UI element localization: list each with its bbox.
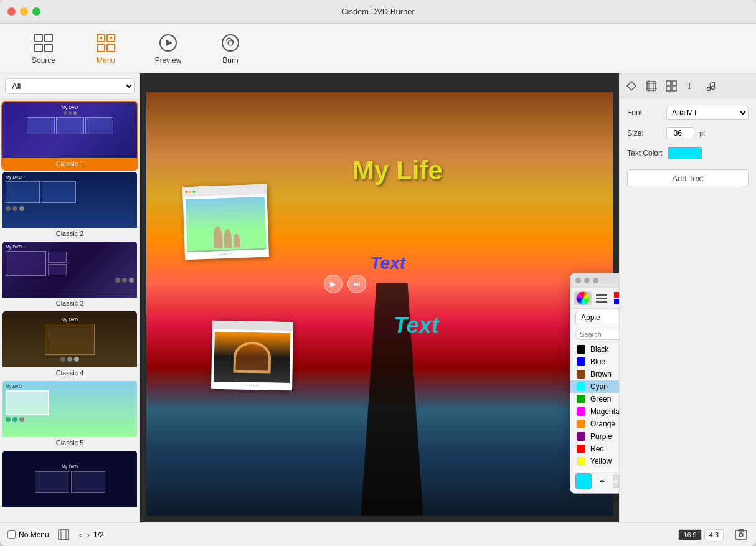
play-button[interactable]: ▶: [324, 275, 343, 293]
template-classic2[interactable]: My DVD Classic 2: [2, 172, 137, 239]
svg-point-12: [222, 35, 239, 51]
color-item-orange[interactable]: Orange: [570, 418, 619, 430]
svg-rect-17: [614, 292, 619, 298]
tab-source-label: Source: [32, 56, 55, 65]
template-classic3[interactable]: My DVD: [2, 242, 137, 309]
popup-zoom[interactable]: [593, 278, 598, 283]
music-icon[interactable]: [704, 79, 718, 93]
size-unit: pt: [699, 129, 705, 137]
main-content: All My DVD: [0, 73, 756, 522]
classic2-label: Classic 2: [2, 228, 137, 239]
tab-menu[interactable]: Menu: [75, 27, 137, 70]
color-item-purple[interactable]: Purple: [570, 430, 619, 443]
tab-burn[interactable]: Burn: [199, 27, 262, 70]
color-list: Black Blue Brown Cyan: [570, 343, 619, 468]
template-filter-select[interactable]: All: [5, 78, 135, 94]
template-classic5[interactable]: My DVD Classic 5: [2, 381, 137, 448]
templates-list: My DVD: [0, 100, 139, 522]
close-button[interactable]: [7, 7, 16, 16]
color-swatch-orange: [577, 420, 585, 428]
svg-rect-35: [666, 87, 671, 91]
text-color-swatch[interactable]: [668, 147, 702, 159]
svg-point-47: [739, 533, 743, 537]
color-item-yellow[interactable]: Yellow: [570, 455, 619, 468]
color-item-black[interactable]: Black: [570, 343, 619, 355]
size-row: Size: pt: [627, 127, 749, 139]
bottom-bar: No Menu ‹ › 1/2 16:9 4:3: [0, 522, 756, 546]
current-color-swatch[interactable]: [575, 473, 592, 489]
canvas-area[interactable]: My Life ▶ ⏭: [140, 73, 619, 522]
popup-minimize[interactable]: [584, 278, 590, 283]
prev-page-button[interactable]: ‹: [78, 530, 83, 540]
tab-burn-label: Burn: [222, 56, 238, 65]
sidebar: All My DVD: [0, 73, 140, 522]
color-swatch-purple: [577, 432, 585, 441]
color-list-dropdown-row: Apple ⚙: [570, 309, 619, 326]
photo-card-2[interactable]: • • • • • • •: [211, 321, 293, 390]
color-list-select[interactable]: Apple: [575, 311, 619, 324]
font-row: Font: ArialMT: [627, 106, 749, 120]
play-circle-icon: [158, 32, 179, 54]
add-text-button[interactable]: Add Text: [627, 169, 749, 187]
window-title: Cisdem DVD Burner: [341, 7, 415, 16]
svg-rect-2: [35, 44, 42, 52]
svg-rect-14: [596, 294, 607, 296]
next-page-button[interactable]: ›: [85, 530, 91, 540]
classic4-label: Classic 4: [2, 367, 137, 379]
color-item-red[interactable]: Red: [570, 443, 619, 455]
template-classic1[interactable]: My DVD: [2, 102, 137, 169]
text-overlay-2[interactable]: Text: [394, 313, 439, 339]
svg-rect-3: [45, 44, 52, 52]
expand-icon[interactable]: [625, 79, 638, 93]
crop-icon[interactable]: [645, 79, 658, 93]
tab-preview[interactable]: Preview: [137, 27, 199, 70]
color-palette-tab[interactable]: [612, 291, 619, 305]
text-icon[interactable]: T: [684, 79, 698, 93]
skip-button[interactable]: ⏭: [347, 275, 366, 293]
popup-close[interactable]: [575, 278, 581, 283]
template-classic6[interactable]: My DVD: [2, 451, 137, 511]
right-toolbar: T: [620, 73, 756, 98]
color-item-cyan[interactable]: Cyan: [570, 380, 619, 393]
color-wheel-tab[interactable]: [574, 291, 592, 305]
photo-card-1[interactable]: • • • • • • •: [182, 184, 269, 260]
canvas-preview: My Life ▶ ⏭: [146, 92, 613, 516]
grid-layout-icon[interactable]: [664, 79, 678, 93]
text-overlay-1[interactable]: Text: [371, 253, 406, 273]
svg-rect-1: [45, 34, 52, 42]
template-classic4[interactable]: My DVD Classic 4: [2, 311, 137, 379]
titlebar: Cisdem DVD Burner: [0, 0, 756, 24]
color-swatch-blue: [577, 357, 585, 366]
traffic-lights: [7, 7, 40, 16]
color-search-input[interactable]: [575, 329, 619, 340]
color-item-brown[interactable]: Brown: [570, 368, 619, 380]
main-window: Cisdem DVD Burner Source: [0, 0, 756, 546]
font-select[interactable]: ArialMT: [666, 106, 749, 120]
tab-source[interactable]: Source: [12, 27, 75, 70]
eyedropper-button[interactable]: ✒: [595, 474, 609, 488]
color-item-magenta[interactable]: Magenta: [570, 405, 619, 418]
frame-icon[interactable]: [57, 528, 70, 542]
svg-rect-9: [110, 37, 112, 39]
color-item-blue[interactable]: Blue: [570, 355, 619, 368]
color-item-green[interactable]: Green: [570, 393, 619, 405]
color-swatch-green: [577, 395, 585, 403]
svg-rect-8: [100, 37, 102, 39]
maximize-button[interactable]: [32, 7, 40, 16]
tab-menu-label: Menu: [97, 56, 115, 65]
size-input[interactable]: [666, 127, 694, 139]
page-indicator: 1/2: [93, 530, 104, 539]
aspect-16-9-button[interactable]: 16:9: [678, 529, 701, 540]
minimize-button[interactable]: [20, 7, 28, 16]
screenshot-icon[interactable]: [734, 527, 749, 542]
no-menu-checkbox[interactable]: [7, 530, 16, 539]
aspect-4-3-button[interactable]: 4:3: [704, 529, 724, 540]
colors-titlebar: Colors: [570, 273, 619, 288]
svg-rect-6: [97, 44, 105, 52]
colors-popup-title: Colors: [602, 277, 619, 285]
search-row: [570, 326, 619, 342]
film-grid-icon: [33, 32, 54, 54]
right-panel: T Font: ArialMT Size: pt: [619, 73, 756, 522]
color-sliders-tab[interactable]: [593, 291, 610, 305]
no-menu-label: No Menu: [19, 530, 49, 539]
